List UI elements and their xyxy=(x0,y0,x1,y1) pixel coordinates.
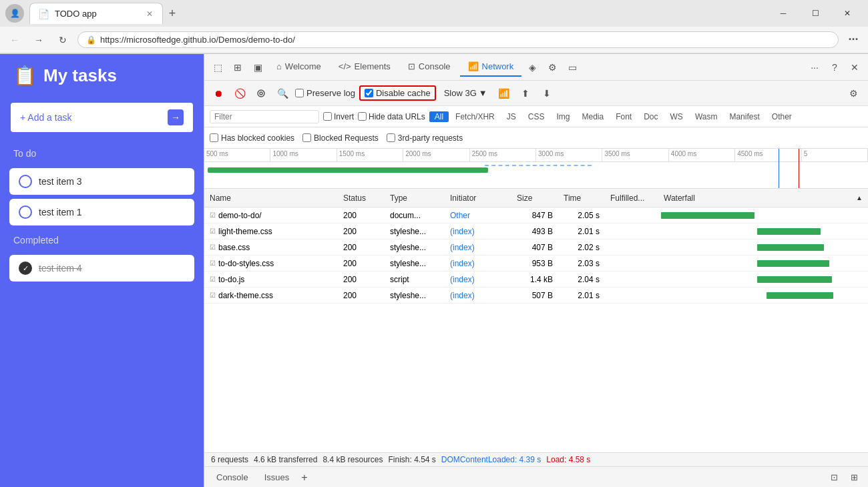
waterfall-bar xyxy=(767,292,833,299)
filter-input[interactable] xyxy=(210,110,319,123)
th-initiator: Initiator xyxy=(445,193,511,203)
devtools-expand-icon[interactable]: ⊞ xyxy=(845,469,863,486)
file-icon: ☑ xyxy=(210,244,216,251)
filter-tag-css[interactable]: CSS xyxy=(523,111,550,122)
tab-application-icon[interactable]: ▭ xyxy=(563,58,582,77)
url-input[interactable]: 🔒 https://microsoftedge.github.io/Demos/… xyxy=(77,31,839,48)
invert-checkbox[interactable]: Invert xyxy=(323,112,354,121)
table-row[interactable]: ☑ demo-to-do/ 200 docum... Other 847 B 2… xyxy=(204,207,868,223)
filter-tag-font[interactable]: Font xyxy=(610,111,637,122)
td-status: 200 xyxy=(338,291,385,300)
new-tab-button[interactable]: + xyxy=(163,4,182,23)
blocked-cookies-checkbox[interactable]: Has blocked cookies xyxy=(210,133,294,143)
preserve-log-label: Preserve log xyxy=(306,88,355,98)
devtools-close-button[interactable]: ✕ xyxy=(845,58,864,77)
svg-point-0 xyxy=(258,90,264,97)
devtools-device-icon[interactable]: ⊞ xyxy=(228,58,247,77)
filter-tag-js[interactable]: JS xyxy=(501,111,521,122)
blocked-requests-checkbox[interactable]: Blocked Requests xyxy=(302,133,379,143)
close-window-button[interactable]: ✕ xyxy=(832,3,863,24)
tab-sources-icon[interactable]: ◈ xyxy=(523,58,541,77)
filter-tag-doc[interactable]: Doc xyxy=(638,111,663,122)
table-row[interactable]: ☑ base.css 200 styleshe... (index) 407 B… xyxy=(204,239,868,256)
forward-button[interactable]: → xyxy=(29,31,48,49)
third-party-input[interactable] xyxy=(387,133,395,142)
filter-tag-wasm[interactable]: Wasm xyxy=(690,111,723,122)
filter-icon-button[interactable] xyxy=(252,85,270,102)
disable-cache-input[interactable] xyxy=(365,89,373,97)
filter-tags: All Fetch/XHR JS CSS Img Media Font Doc … xyxy=(429,111,797,122)
devtools-help-button[interactable]: ? xyxy=(825,58,844,77)
tab-network-label: Network xyxy=(482,61,514,71)
settings-icon[interactable]: ⚙ xyxy=(844,84,863,103)
todo-item-checkbox[interactable] xyxy=(19,205,32,219)
todo-item-checkbox-checked[interactable] xyxy=(19,262,32,275)
table-row[interactable]: ☑ dark-theme.css 200 styleshe... (index)… xyxy=(204,288,868,304)
preserve-log-checkbox[interactable]: Preserve log xyxy=(295,88,355,98)
tab-performance-icon[interactable]: ⚙ xyxy=(543,58,562,77)
import-icon[interactable]: 📶 xyxy=(495,85,513,102)
table-row[interactable]: ☑ to-do-styles.css 200 styleshe... (inde… xyxy=(204,256,868,272)
maximize-button[interactable]: ☐ xyxy=(800,3,831,24)
list-item[interactable]: test item 3 xyxy=(9,168,194,195)
devtools-undock-icon[interactable]: ⊡ xyxy=(825,469,843,486)
add-task-button[interactable]: + Add a task → xyxy=(11,103,193,132)
file-icon: ☑ xyxy=(210,276,216,283)
sort-arrow-icon: ▲ xyxy=(856,194,863,201)
table-row[interactable]: ☑ light-theme.css 200 styleshe... (index… xyxy=(204,223,868,239)
hide-data-urls-checkbox[interactable]: Hide data URLs xyxy=(358,112,425,121)
disable-cache-checkbox[interactable]: Disable cache xyxy=(359,85,436,101)
td-waterfall xyxy=(658,288,868,303)
hide-data-urls-label: Hide data URLs xyxy=(369,112,425,121)
preserve-log-input[interactable] xyxy=(295,89,304,97)
tab-network[interactable]: 📶 Network xyxy=(460,57,522,77)
throttle-dropdown[interactable]: Slow 3G ▼ xyxy=(440,87,491,99)
filter-tag-ws[interactable]: WS xyxy=(665,111,688,122)
list-item[interactable]: test item 4 xyxy=(9,255,194,282)
minimize-button[interactable]: ─ xyxy=(768,3,799,24)
td-initiator: (index) xyxy=(445,275,511,284)
tab-console[interactable]: ⊡ Console xyxy=(400,57,459,77)
td-name: ☑ to-do.js xyxy=(204,275,338,284)
devtools-dock-icon[interactable]: ▣ xyxy=(248,58,267,77)
file-icon: ☑ xyxy=(210,292,216,299)
td-waterfall xyxy=(658,207,868,223)
table-row[interactable]: ☑ to-do.js 200 script (index) 1.4 kB 2.0… xyxy=(204,272,868,288)
tick-500: 500 ms xyxy=(204,149,270,161)
filter-tag-other[interactable]: Other xyxy=(767,111,797,122)
filter-tag-media[interactable]: Media xyxy=(576,111,609,122)
bottom-tab-add-button[interactable]: + xyxy=(298,469,310,486)
tab-elements[interactable]: </> Elements xyxy=(331,57,399,77)
bottom-tab-issues[interactable]: Issues xyxy=(258,470,296,485)
clear-button[interactable]: 🚫 xyxy=(231,85,248,102)
refresh-button[interactable]: ↻ xyxy=(53,31,72,49)
waterfall-bar xyxy=(757,228,821,235)
th-waterfall[interactable]: Waterfall ▲ xyxy=(658,193,868,203)
tab-close-button[interactable]: ✕ xyxy=(145,8,154,20)
td-initiator: Other xyxy=(445,211,511,220)
tick-2500: 2500 ms xyxy=(470,149,536,161)
todo-app: 📋 My tasks + Add a task → To do test ite… xyxy=(0,54,204,487)
list-item[interactable]: test item 1 xyxy=(9,199,194,225)
active-tab[interactable]: 📄 TODO app ✕ xyxy=(29,3,163,24)
filter-tag-manifest[interactable]: Manifest xyxy=(724,111,765,122)
third-party-checkbox[interactable]: 3rd-party requests xyxy=(387,133,463,143)
filter-tag-all[interactable]: All xyxy=(429,111,449,122)
hide-data-urls-input[interactable] xyxy=(358,112,367,121)
upload-icon[interactable]: ⬆ xyxy=(517,85,534,102)
blocked-cookies-input[interactable] xyxy=(210,133,218,142)
filter-tag-fetch[interactable]: Fetch/XHR xyxy=(450,111,500,122)
download-icon[interactable]: ⬇ xyxy=(538,85,556,102)
filter-tag-img[interactable]: Img xyxy=(551,111,575,122)
back-button[interactable]: ← xyxy=(5,31,24,49)
devtools-inspect-icon[interactable]: ⬚ xyxy=(208,58,227,77)
tab-welcome[interactable]: ⌂ Welcome xyxy=(268,57,329,77)
devtools-more-button[interactable]: ··· xyxy=(805,58,824,77)
todo-item-checkbox[interactable] xyxy=(19,175,32,188)
record-button[interactable]: ⏺ xyxy=(210,85,227,102)
invert-input[interactable] xyxy=(323,112,332,121)
more-options-button[interactable]: ··· xyxy=(844,31,863,49)
bottom-tab-console[interactable]: Console xyxy=(210,470,255,485)
search-button[interactable]: 🔍 xyxy=(274,85,291,102)
blocked-requests-input[interactable] xyxy=(302,133,311,142)
